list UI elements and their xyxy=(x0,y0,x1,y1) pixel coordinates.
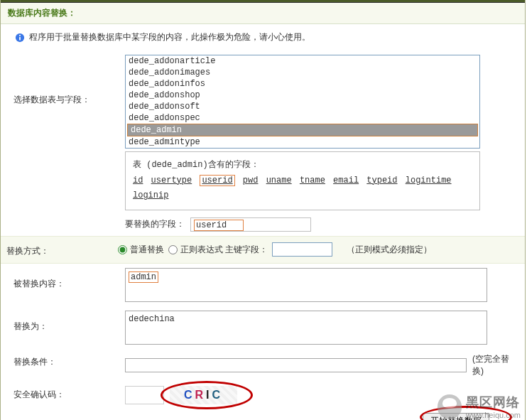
label-replace-mode: 替换方式： xyxy=(1,242,118,257)
captcha-image: CRIC xyxy=(170,386,237,404)
field-link[interactable]: pwd xyxy=(243,176,259,185)
fields-line: id usertype userid pwd uname tname email… xyxy=(133,173,472,204)
regex-note: （正则模式必须指定） xyxy=(347,244,432,256)
field-link[interactable]: logintime xyxy=(406,176,452,185)
table-option[interactable]: dede_admin xyxy=(127,124,478,136)
field-link[interactable]: uname xyxy=(266,176,292,185)
table-option[interactable]: dede_addonarticle xyxy=(126,55,479,67)
table-option[interactable]: dede_addonspec xyxy=(126,112,479,124)
condition-note: (空完全替换) xyxy=(472,353,518,377)
table-option[interactable]: dede_addoninfos xyxy=(126,78,479,90)
table-listbox[interactable]: dede_addonarticledede_addonimagesdede_ad… xyxy=(125,55,480,149)
svg-rect-2 xyxy=(19,35,21,36)
submit-button[interactable]: 开始替换数据 xyxy=(423,413,489,420)
target-textarea[interactable]: dedechina xyxy=(125,311,487,345)
pk-field-input[interactable] xyxy=(272,242,332,257)
page-title: 数据库内容替换： xyxy=(1,3,525,24)
field-link[interactable]: loginip xyxy=(133,190,168,200)
label-captcha: 安全确认码： xyxy=(8,386,125,404)
info-icon xyxy=(15,33,25,43)
field-link[interactable]: typeid xyxy=(366,176,397,185)
table-option[interactable]: dede_addonsoft xyxy=(126,101,479,112)
label-target: 替换为： xyxy=(8,311,125,345)
label-condition: 替换条件： xyxy=(8,353,125,377)
condition-input[interactable] xyxy=(125,358,467,372)
field-link[interactable]: email xyxy=(333,176,359,185)
table-option[interactable]: dede_addonshop xyxy=(126,90,479,101)
fields-box-title: 表 (dede_admin)含有的字段： xyxy=(133,158,472,173)
field-link[interactable]: tname xyxy=(300,176,325,185)
radio-regex[interactable]: 正则表达式 主键字段： xyxy=(168,244,268,256)
table-option[interactable]: dede_admintype xyxy=(126,136,479,148)
fields-box: 表 (dede_admin)含有的字段： id usertype userid … xyxy=(125,151,480,210)
svg-rect-1 xyxy=(19,37,21,40)
source-textarea[interactable]: admin xyxy=(125,268,487,302)
field-link[interactable]: userid xyxy=(200,175,234,186)
warning-row: 程序用于批量替换数据库中某字段的内容，此操作极为危险，请小心使用。 xyxy=(1,24,525,50)
label-select-table: 选择数据表与字段： xyxy=(8,55,125,232)
warning-text: 程序用于批量替换数据库中某字段的内容，此操作极为危险，请小心使用。 xyxy=(29,31,310,43)
captcha-input[interactable] xyxy=(125,386,164,404)
table-option[interactable]: dede_addonimages xyxy=(126,67,479,78)
label-field-to-replace: 要替换的字段： xyxy=(125,218,185,230)
field-link[interactable]: id xyxy=(133,176,143,185)
radio-normal[interactable]: 普通替换 xyxy=(118,244,164,256)
field-name-input[interactable]: userid xyxy=(190,217,311,232)
label-source: 被替换内容： xyxy=(8,268,125,302)
field-link[interactable]: usertype xyxy=(151,176,192,185)
table-option[interactable]: dede_advancedsearch xyxy=(126,148,479,149)
